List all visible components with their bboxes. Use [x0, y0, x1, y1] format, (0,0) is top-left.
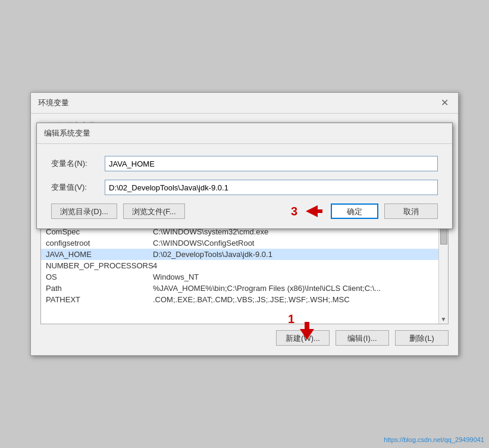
table-row[interactable]: NUMBER_OF_PROCESSORS 4 [41, 260, 448, 271]
table-row[interactable]: configsetroot C:\WINDOWS\ConfigSetRoot [41, 237, 448, 249]
scroll-down-arrow[interactable]: ▼ [440, 315, 448, 324]
browse-dir-button[interactable]: 浏览目录(D)... [51, 203, 117, 219]
outer-title-text: 环境变量 [38, 98, 69, 108]
new-btn-wrapper: 1 新建(W)... [276, 330, 330, 346]
browse-file-button[interactable]: 浏览文件(F... [123, 203, 185, 219]
table-row[interactable]: OS Windows_NT [41, 271, 448, 283]
sys-var-val: D:\02_DevelopTools\Java\jdk-9.0.1 [153, 250, 443, 259]
table-row[interactable]: Path %JAVA_HOME%\bin;C:\Program Files (x… [41, 283, 448, 294]
table-row[interactable]: JAVA_HOME D:\02_DevelopTools\Java\jdk-9.… [41, 249, 448, 260]
svg-marker-1 [300, 322, 314, 340]
var-name-input[interactable] [105, 156, 438, 171]
sys-var-name: Path [46, 284, 153, 293]
sys-var-val: %JAVA_HOME%\bin;C:\Program Files (x86)\I… [153, 284, 443, 293]
ok-button[interactable]: 确定 [331, 203, 378, 219]
svg-marker-0 [306, 205, 322, 217]
sys-var-name: configsetroot [46, 239, 153, 248]
delete-sys-var-button[interactable]: 删除(L) [395, 330, 449, 346]
outer-dialog: 环境变量 ✕ LKP 的用户变量(U) 变量 值 MOZ_PLUGIN_PATH… [30, 92, 459, 356]
edit-confirm-btns: 3 确定 取消 [291, 203, 438, 219]
sys-var-val: C:\WINDOWS\ConfigSetRoot [153, 239, 443, 248]
edit-btn-group-left: 浏览目录(D)... 浏览文件(F... [51, 203, 291, 219]
edit-dialog-title: 编辑系统变量 [44, 129, 90, 137]
edit-dialog-content: 变量名(N): 变量值(V): 浏览目录(D)... 浏览文件(F... 3 [37, 144, 452, 228]
edit-sys-var-button[interactable]: 编辑(I)... [336, 330, 389, 346]
sys-vars-action-btns: 1 新建(W)... 编辑(I)... 删除(L) [40, 330, 449, 346]
var-value-label: 变量值(V): [51, 182, 105, 193]
var-name-row: 变量名(N): [51, 156, 438, 171]
close-button[interactable]: ✕ [438, 98, 451, 108]
outer-title-bar: 环境变量 ✕ [31, 93, 458, 114]
edit-dialog-title-bar: 编辑系统变量 [37, 123, 452, 144]
annotation-1: 1 [288, 312, 294, 326]
annotation-3: 3 [291, 205, 297, 218]
sys-var-val: 4 [153, 261, 443, 270]
var-value-input[interactable] [105, 180, 438, 195]
arrow-3-icon [306, 205, 322, 217]
sys-var-val: .COM;.EXE;.BAT;.CMD;.VBS;.JS;.JSE;.WSF;.… [153, 295, 443, 304]
var-value-row: 变量值(V): [51, 180, 438, 195]
table-row[interactable]: PATHEXT .COM;.EXE;.BAT;.CMD;.VBS;.JS;.JS… [41, 294, 448, 305]
sys-var-name: NUMBER_OF_PROCESSORS [46, 261, 153, 270]
sys-var-name: OS [46, 272, 153, 281]
sys-var-val: Windows_NT [153, 272, 443, 281]
arrow-1-icon [300, 322, 314, 340]
sys-var-name: PATHEXT [46, 295, 153, 304]
sys-var-name: JAVA_HOME [46, 250, 153, 259]
edit-dialog: 编辑系统变量 变量名(N): 变量值(V): 浏览目录(D)... 浏览文件(F… [36, 123, 453, 229]
cancel-button[interactable]: 取消 [384, 203, 438, 219]
watermark: https://blog.csdn.net/qq_29499041 [384, 436, 484, 443]
var-name-label: 变量名(N): [51, 158, 105, 169]
